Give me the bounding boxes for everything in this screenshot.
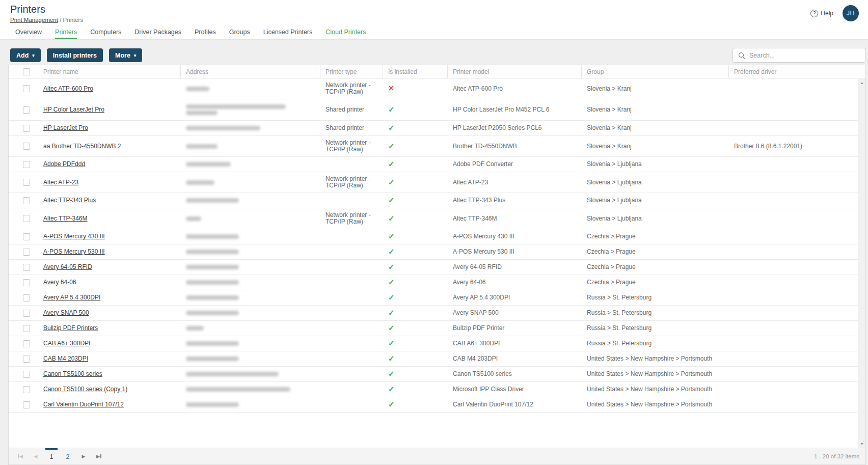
address-cell xyxy=(181,321,320,336)
row-checkbox[interactable] xyxy=(23,233,30,240)
table-row: Carl Valentin DuoPrint 107/12✓Carl Valen… xyxy=(9,397,858,413)
row-checkbox[interactable] xyxy=(23,355,30,363)
row-checkbox[interactable] xyxy=(23,386,30,393)
printer-name-cell: Avery AP 5.4 300DPI xyxy=(38,291,181,305)
row-checkbox[interactable] xyxy=(23,401,30,408)
pager-next-button[interactable]: ▶ xyxy=(78,450,89,463)
printer-name-link[interactable]: Adobe PDFddd xyxy=(43,160,85,168)
column-header-printer-name[interactable]: Printer name xyxy=(38,65,181,78)
tab-printers[interactable]: Printers xyxy=(55,25,77,39)
printer-name-link[interactable]: CAB A6+ 300DPI xyxy=(43,340,90,347)
is-installed-cell: ✓ xyxy=(383,229,448,244)
preferred-driver-cell xyxy=(729,355,858,363)
vertical-scrollbar[interactable]: ▲ ▼ xyxy=(858,79,865,448)
row-checkbox[interactable] xyxy=(23,197,30,204)
group-cell: Russia > St. Petersburg xyxy=(582,291,729,305)
preferred-driver-cell xyxy=(729,85,858,92)
select-all-checkbox[interactable] xyxy=(23,68,30,75)
is-installed-cell: ✓ xyxy=(383,367,448,381)
printer-name-link[interactable]: A-POS Mercury 430 III xyxy=(43,233,105,240)
printer-name-link[interactable]: Carl Valentin DuoPrint 107/12 xyxy=(43,401,124,408)
column-header-is-installed[interactable]: Is installed xyxy=(383,65,448,78)
column-header-preferred-driver[interactable]: Preferred driver xyxy=(729,65,865,78)
scroll-down-icon[interactable]: ▼ xyxy=(858,440,865,448)
pager-previous-button: ◀ xyxy=(30,450,41,463)
row-checkbox[interactable] xyxy=(23,161,30,168)
not-installed-cross-icon: ✕ xyxy=(388,84,394,92)
redacted-address-blur xyxy=(186,341,239,346)
row-checkbox-cell xyxy=(9,352,38,366)
group-cell: United States > New Hampshire > Portsmou… xyxy=(582,367,729,381)
tab-cloud-printers[interactable]: Cloud Printers xyxy=(326,25,366,39)
printer-name-link[interactable]: Canon TS5100 series (Copy 1) xyxy=(43,386,127,393)
group-cell: Slovenia > Kranj xyxy=(582,121,729,135)
more-button[interactable]: More ▾ xyxy=(109,48,142,62)
column-header-printer-model[interactable]: Printer model xyxy=(448,65,582,78)
printer-name-link[interactable]: A-POS Mercury 530 III xyxy=(43,248,105,255)
printer-name-link[interactable]: Altec TTP-346M xyxy=(43,215,87,222)
search-input[interactable] xyxy=(749,48,865,62)
is-installed-cell: ✓ xyxy=(383,397,448,412)
tab-driver-packages[interactable]: Driver Packages xyxy=(134,25,181,39)
group-cell: Czechia > Prague xyxy=(582,276,729,289)
row-checkbox[interactable] xyxy=(23,310,30,317)
printer-name-link[interactable]: HP Color LaserJet Pro xyxy=(43,106,104,113)
avatar[interactable]: JH xyxy=(843,5,859,21)
tab-licensed-printers[interactable]: Licensed Printers xyxy=(263,25,313,39)
row-checkbox[interactable] xyxy=(23,215,30,222)
breadcrumb-parent-link[interactable]: Print Management xyxy=(10,17,58,23)
is-installed-cell: ✓ xyxy=(383,211,448,226)
help-button[interactable]: ? Help xyxy=(810,10,833,17)
printer-name-link[interactable]: Avery 64-05 RFID xyxy=(43,263,92,270)
tab-computers[interactable]: Computers xyxy=(90,25,121,39)
printer-model-cell: Altec TTP-343 Plus xyxy=(448,194,582,207)
pager-page-1[interactable]: 1 xyxy=(45,448,58,464)
printer-name-link[interactable]: Altec ATP-23 xyxy=(43,179,78,186)
row-checkbox[interactable] xyxy=(23,125,30,132)
pager-summary: 1 - 20 of 32 items xyxy=(814,453,859,459)
table-row: HP Color LaserJet ProShared printer✓HP C… xyxy=(9,99,858,121)
row-checkbox[interactable] xyxy=(23,325,30,332)
tab-overview[interactable]: Overview xyxy=(15,25,42,39)
install-printers-button[interactable]: Install printers xyxy=(47,48,103,62)
is-installed-cell: ✓ xyxy=(383,351,448,366)
add-button[interactable]: Add ▾ xyxy=(10,48,41,62)
tab-groups[interactable]: Groups xyxy=(229,25,250,39)
printer-name-link[interactable]: Bullzip PDF Printers xyxy=(43,324,98,332)
printer-name-link[interactable]: Canon TS5100 series xyxy=(43,370,102,377)
printer-name-link[interactable]: Altec ATP-600 Pro xyxy=(43,85,93,92)
tab-profiles[interactable]: Profiles xyxy=(195,25,216,39)
row-checkbox[interactable] xyxy=(23,249,30,256)
row-checkbox[interactable] xyxy=(23,371,30,378)
scroll-up-icon[interactable]: ▲ xyxy=(858,79,865,87)
row-checkbox[interactable] xyxy=(23,279,30,286)
row-checkbox[interactable] xyxy=(23,179,30,186)
chevron-down-icon: ▾ xyxy=(32,53,35,58)
row-checkbox[interactable] xyxy=(23,294,30,302)
column-header-printer-type[interactable]: Printer type xyxy=(320,65,383,78)
printer-name-link[interactable]: Avery AP 5.4 300DPI xyxy=(43,294,100,301)
printer-name-link[interactable]: CAB M4 203DPI xyxy=(43,355,88,362)
row-checkbox[interactable] xyxy=(23,85,30,92)
row-checkbox[interactable] xyxy=(23,264,30,271)
printer-name-link[interactable]: aa Brother TD-4550DNWB 2 xyxy=(43,143,121,150)
column-header-group[interactable]: Group xyxy=(582,65,729,78)
address-cell xyxy=(181,211,320,226)
redacted-address-blur xyxy=(186,387,290,392)
printer-model-cell: Avery 64-05 RFID xyxy=(448,260,582,274)
pager-page-2[interactable]: 2 xyxy=(62,448,74,464)
printer-name-link[interactable]: Altec TTP-343 Plus xyxy=(43,197,96,204)
column-header-address[interactable]: Address xyxy=(181,65,320,78)
row-checkbox[interactable] xyxy=(23,106,30,114)
row-checkbox[interactable] xyxy=(23,340,30,347)
printer-name-cell: Adobe PDFddd xyxy=(38,157,181,171)
printer-name-link[interactable]: Avery 64-06 xyxy=(43,279,76,286)
pager-last-button[interactable]: ▶ xyxy=(93,450,104,463)
table-row: Canon TS5100 series (Copy 1)✓Microsoft I… xyxy=(9,382,858,397)
printer-name-link[interactable]: HP LaserJet Pro xyxy=(43,124,88,131)
row-checkbox[interactable] xyxy=(23,143,30,150)
address-cell xyxy=(181,336,320,351)
printer-name-link[interactable]: Avery SNAP 500 xyxy=(43,309,89,316)
table-row: Altec ATP-23Network printer - TCP/IP (Ra… xyxy=(9,172,858,193)
table-row: CAB A6+ 300DPI✓CAB A6+ 300DPIRussia > St… xyxy=(9,336,858,351)
